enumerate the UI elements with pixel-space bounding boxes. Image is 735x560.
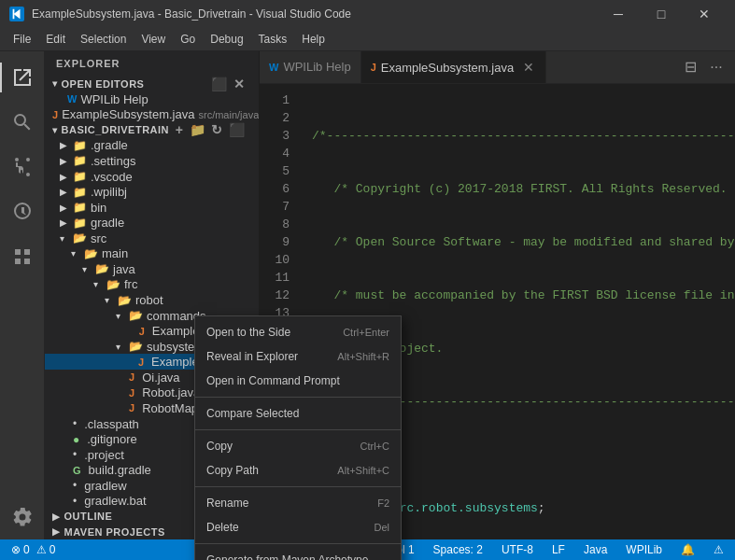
menu-item-debug[interactable]: Debug bbox=[203, 31, 250, 48]
status-alert[interactable]: ⚠ bbox=[710, 543, 728, 556]
commands-folder-icon: 📂 bbox=[129, 309, 143, 322]
tree-main[interactable]: ▾ 📂 main bbox=[45, 246, 259, 262]
status-errors[interactable]: ⊗ 0 ⚠ 0 bbox=[7, 543, 59, 556]
vscode-label: .vscode bbox=[91, 170, 133, 184]
status-plugin[interactable]: WPILib bbox=[622, 543, 666, 556]
maven-arrow: ▶ bbox=[52, 526, 61, 537]
oi-icon: J bbox=[129, 371, 134, 383]
activity-extensions[interactable] bbox=[0, 234, 45, 279]
tab-more-icon[interactable]: ··· bbox=[705, 56, 728, 78]
ctx-rename-label: Rename bbox=[206, 497, 248, 510]
gradle-folder-label: gradle bbox=[91, 216, 124, 230]
tab-wpilibhelp[interactable]: W WPILib Help bbox=[260, 51, 361, 83]
ctx-maven-label: Generate from Maven Archetype bbox=[206, 553, 368, 560]
ctx-copy-path[interactable]: Copy Path Alt+Shift+C bbox=[195, 458, 401, 483]
status-bell[interactable]: 🔔 bbox=[677, 543, 699, 556]
gradle-arrow: ▶ bbox=[60, 140, 71, 150]
tree-bin[interactable]: ▶ 📁 bin bbox=[45, 200, 259, 216]
settings-label: .settings bbox=[91, 154, 135, 168]
subsystems-arrow: ▾ bbox=[116, 342, 127, 352]
tab-close-button[interactable]: ✕ bbox=[521, 60, 536, 75]
tree-gradle[interactable]: ▶ 📁 .gradle bbox=[45, 138, 259, 154]
tree-wpilibj[interactable]: ▶ 📁 .wpilibj bbox=[45, 184, 259, 200]
robot-arrow: ▾ bbox=[105, 295, 116, 305]
activity-settings[interactable] bbox=[0, 495, 45, 539]
tab-layout-icon[interactable]: ⊟ bbox=[679, 56, 701, 78]
frc-arrow: ▾ bbox=[93, 279, 105, 289]
status-spaces[interactable]: Spaces: 2 bbox=[430, 543, 487, 556]
ctx-sep-3 bbox=[195, 486, 401, 487]
ctx-copy-path-label: Copy Path bbox=[206, 464, 259, 477]
close-button[interactable]: ✕ bbox=[683, 0, 726, 28]
ctx-open-command-prompt[interactable]: Open in Command Prompt bbox=[195, 369, 401, 393]
menu-item-view[interactable]: View bbox=[134, 31, 173, 48]
ctx-reveal-explorer[interactable]: Reveal in Explorer Alt+Shift+R bbox=[195, 344, 401, 369]
tree-vscode[interactable]: ▶ 📁 .vscode bbox=[45, 169, 259, 185]
tree-gradle-folder[interactable]: ▶ 📁 gradle bbox=[45, 215, 259, 231]
ctx-generate-maven[interactable]: Generate from Maven Archetype bbox=[195, 548, 401, 560]
activity-explorer[interactable] bbox=[0, 55, 45, 100]
ctx-reveal-explorer-label: Reveal in Explorer bbox=[206, 350, 298, 363]
ctx-open-to-side[interactable]: Open to the Side Ctrl+Enter bbox=[195, 320, 401, 344]
close-all-icon[interactable]: ✕ bbox=[231, 77, 248, 91]
activity-debug[interactable] bbox=[0, 189, 45, 234]
ctx-sep-1 bbox=[195, 397, 401, 398]
menu-item-file[interactable]: File bbox=[6, 31, 38, 48]
open-editor-path: src/main/java/frc/... bbox=[198, 109, 259, 120]
new-folder-icon[interactable]: 📁 bbox=[187, 122, 209, 137]
tab-actions: ⊟ ··· bbox=[671, 51, 735, 83]
minimize-button[interactable]: ─ bbox=[597, 0, 640, 28]
gradlew-label: gradlew bbox=[84, 479, 127, 493]
tree-java[interactable]: ▾ 📂 java bbox=[45, 261, 259, 277]
activity-git[interactable] bbox=[0, 145, 45, 189]
robotjava-label: Robot.java bbox=[142, 385, 200, 399]
tree-src[interactable]: ▾ 📂 src bbox=[45, 231, 259, 246]
main-label: main bbox=[102, 246, 128, 260]
menu-item-help[interactable]: Help bbox=[294, 31, 332, 48]
window-controls: ─ □ ✕ bbox=[597, 0, 726, 28]
activity-search[interactable] bbox=[0, 100, 45, 145]
error-count: 0 bbox=[23, 543, 30, 556]
collapse-icon[interactable]: ⬛ bbox=[226, 122, 248, 137]
status-right: Ln 1, Col 1 Spaces: 2 UTF-8 LF Java WPIL… bbox=[357, 543, 728, 556]
ctx-copy[interactable]: Copy Ctrl+C bbox=[195, 434, 401, 458]
maximize-button[interactable]: □ bbox=[640, 0, 683, 28]
examplesubsystem-icon: J bbox=[138, 357, 144, 368]
refresh-icon[interactable]: ↻ bbox=[208, 122, 226, 137]
main-folder-icon: 📂 bbox=[84, 247, 98, 260]
menu-item-selection[interactable]: Selection bbox=[73, 31, 134, 48]
vscode-arrow: ▶ bbox=[60, 172, 71, 182]
ctx-copy-shortcut: Ctrl+C bbox=[360, 441, 389, 452]
ctx-rename[interactable]: Rename F2 bbox=[195, 491, 401, 515]
new-file-icon[interactable]: + bbox=[173, 122, 187, 137]
open-editor-wpilibhelp[interactable]: W WPILib Help bbox=[45, 91, 259, 107]
status-language[interactable]: Java bbox=[580, 543, 611, 556]
src-folder-icon: 📂 bbox=[73, 231, 87, 245]
save-all-icon[interactable]: ⬛ bbox=[208, 77, 231, 91]
tree-frc[interactable]: ▾ 📂 frc bbox=[45, 277, 259, 293]
folder-icon4: 📁 bbox=[73, 186, 87, 199]
ctx-sep-4 bbox=[195, 543, 401, 544]
tree-robot[interactable]: ▾ 📂 robot bbox=[45, 292, 259, 308]
open-editors-section[interactable]: ▾ OPEN EDITORS ⬛ ✕ bbox=[45, 76, 259, 91]
menu-item-edit[interactable]: Edit bbox=[38, 31, 73, 48]
open-editor-examplesubsystem[interactable]: J ExampleSubsystem.java src/main/java/fr… bbox=[45, 106, 259, 122]
ctx-delete[interactable]: Delete Del bbox=[195, 515, 401, 539]
ctx-copy-label: Copy bbox=[206, 440, 233, 453]
tab-example-label: ExampleSubsystem.java bbox=[381, 61, 514, 75]
menu-item-tasks[interactable]: Tasks bbox=[251, 31, 295, 48]
status-encoding[interactable]: UTF-8 bbox=[498, 543, 537, 556]
basic-drivetrain-section[interactable]: ▾ BASIC_DRIVETRAIN + 📁 ↻ ⬛ bbox=[45, 122, 259, 138]
status-line-ending[interactable]: LF bbox=[548, 543, 569, 556]
warning-icon: ⚠ bbox=[36, 543, 47, 556]
classpath-label: .classpath bbox=[84, 417, 139, 431]
gitignore-icon: ● bbox=[73, 433, 79, 446]
open-editors-label: OPEN EDITORS bbox=[62, 78, 145, 90]
folder-icon3: 📁 bbox=[73, 170, 87, 183]
tree-settings[interactable]: ▶ 📁 .settings bbox=[45, 153, 259, 169]
tab-examplesubsystem[interactable]: J ExampleSubsystem.java ✕ bbox=[361, 51, 546, 83]
open-editors-actions: ⬛ ✕ bbox=[208, 77, 247, 91]
ctx-compare-selected[interactable]: Compare Selected bbox=[195, 401, 401, 426]
outline-arrow: ▶ bbox=[52, 511, 61, 522]
menu-item-go[interactable]: Go bbox=[173, 31, 203, 48]
